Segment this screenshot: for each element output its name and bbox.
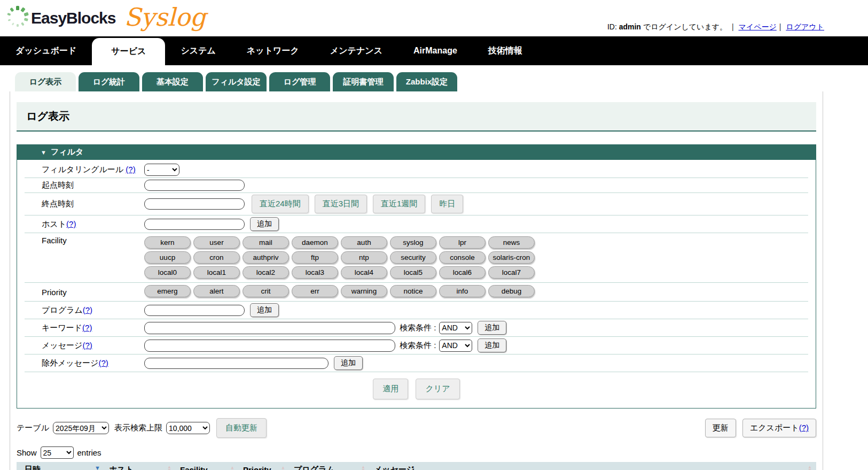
host-input[interactable] xyxy=(144,219,245,230)
facility-button-console[interactable]: console xyxy=(439,251,486,264)
export-help-link[interactable]: (?) xyxy=(799,423,809,432)
last-3days-button[interactable]: 直近3日間 xyxy=(315,195,367,213)
message-help-link[interactable]: (?) xyxy=(82,341,92,350)
sort-icons[interactable]: ▲▼ xyxy=(230,466,234,470)
facility-button-local0[interactable]: local0 xyxy=(144,266,191,279)
log-table: 日時 ▼ ホスト ▲▼ Facility ▲▼ Priority ▲▼ プログラ… xyxy=(17,462,816,470)
keyword-condition-select[interactable]: AND xyxy=(439,322,472,334)
auto-refresh-button[interactable]: 自動更新 xyxy=(216,418,267,438)
host-help-link[interactable]: (?) xyxy=(66,219,76,228)
column-header-host[interactable]: ホスト ▲▼ xyxy=(105,462,176,470)
subtab-log-stats[interactable]: ログ統計 xyxy=(79,72,139,91)
facility-button-solaris-cron[interactable]: solaris-cron xyxy=(488,251,535,264)
message-add-button[interactable]: 追加 xyxy=(478,338,506,352)
column-header-datetime[interactable]: 日時 ▼ xyxy=(17,462,105,470)
limit-select[interactable]: 10,000 xyxy=(166,422,210,434)
subtab-certificate-management[interactable]: 証明書管理 xyxy=(333,72,394,91)
facility-button-news[interactable]: news xyxy=(488,236,535,249)
nav-item-dashboard[interactable]: ダッシュボード xyxy=(0,36,92,65)
priority-button-emerg[interactable]: emerg xyxy=(144,285,191,297)
facility-button-kern[interactable]: kern xyxy=(144,236,191,249)
sort-desc-icon[interactable]: ▼ xyxy=(95,465,100,470)
keyword-input[interactable] xyxy=(144,322,395,334)
top-header: EasyBlocks Syslog ID: admin でログインしています。 … xyxy=(0,0,868,36)
facility-button-ftp[interactable]: ftp xyxy=(292,251,338,264)
filter-panel-header[interactable]: ▼フィルタ xyxy=(17,145,816,160)
sort-icons[interactable]: ▲▼ xyxy=(167,466,171,470)
facility-button-daemon[interactable]: daemon xyxy=(292,236,338,249)
host-add-button[interactable]: 追加 xyxy=(250,217,279,231)
sort-icons[interactable]: ▲▼ xyxy=(281,466,285,470)
priority-button-alert[interactable]: alert xyxy=(193,285,240,297)
login-suffix: でログインしています。 xyxy=(643,22,727,31)
apply-button[interactable]: 適用 xyxy=(373,379,408,399)
facility-button-lpr[interactable]: lpr xyxy=(439,236,486,249)
rule-select[interactable]: - xyxy=(144,164,179,176)
priority-button-notice[interactable]: notice xyxy=(390,285,436,297)
sort-icons[interactable]: ▲▼ xyxy=(808,466,812,470)
subtab-filter-settings[interactable]: フィルタ設定 xyxy=(206,72,267,91)
facility-button-uucp[interactable]: uucp xyxy=(144,251,191,264)
program-help-link[interactable]: (?) xyxy=(83,305,92,314)
message-condition-select[interactable]: AND xyxy=(439,340,472,352)
facility-button-ntp[interactable]: ntp xyxy=(341,251,387,264)
last-24h-button[interactable]: 直近24時間 xyxy=(252,195,309,213)
facility-button-local1[interactable]: local1 xyxy=(193,266,240,279)
subtab-basic-settings[interactable]: 基本設定 xyxy=(142,72,203,91)
mypage-link[interactable]: マイページ xyxy=(739,22,777,31)
nav-item-service[interactable]: サービス xyxy=(92,38,165,65)
end-time-input[interactable] xyxy=(144,198,245,210)
program-input[interactable] xyxy=(144,305,245,316)
clear-button[interactable]: クリア xyxy=(416,379,459,399)
column-header-program[interactable]: プログラム ▲▼ xyxy=(290,462,370,470)
filter-row-program: プログラム(?) 追加 xyxy=(25,302,808,319)
filter-panel-title: フィルタ xyxy=(51,147,83,156)
facility-button-local7[interactable]: local7 xyxy=(488,266,535,279)
program-add-button[interactable]: 追加 xyxy=(250,303,279,317)
yesterday-button[interactable]: 昨日 xyxy=(431,195,463,213)
facility-button-local6[interactable]: local6 xyxy=(439,266,486,279)
priority-button-err[interactable]: err xyxy=(292,285,338,297)
keyword-help-link[interactable]: (?) xyxy=(82,323,92,332)
facility-button-local4[interactable]: local4 xyxy=(341,266,387,279)
facility-button-local2[interactable]: local2 xyxy=(243,266,289,279)
exclude-message-input[interactable] xyxy=(144,358,329,369)
column-header-message[interactable]: メッセージ ▲▼ xyxy=(370,462,816,470)
priority-button-info[interactable]: info xyxy=(439,285,486,297)
priority-button-debug[interactable]: debug xyxy=(488,285,535,297)
start-time-input[interactable] xyxy=(144,180,245,191)
facility-button-user[interactable]: user xyxy=(193,236,240,249)
facility-button-mail[interactable]: mail xyxy=(243,236,289,249)
logout-link[interactable]: ログアウト xyxy=(786,22,824,31)
facility-button-syslog[interactable]: syslog xyxy=(390,236,436,249)
column-header-priority[interactable]: Priority ▲▼ xyxy=(239,462,290,470)
facility-button-local5[interactable]: local5 xyxy=(390,266,436,279)
column-header-facility[interactable]: Facility ▲▼ xyxy=(176,462,239,470)
nav-item-system[interactable]: システム xyxy=(165,36,231,65)
subtab-log-view[interactable]: ログ表示 xyxy=(15,72,76,91)
refresh-button[interactable]: 更新 xyxy=(705,419,736,437)
nav-item-network[interactable]: ネットワーク xyxy=(231,36,315,65)
facility-button-auth[interactable]: auth xyxy=(341,236,387,249)
last-1week-button[interactable]: 直近1週間 xyxy=(373,195,425,213)
message-input[interactable] xyxy=(144,340,395,352)
sort-icons[interactable]: ▲▼ xyxy=(361,466,365,470)
subtab-zabbix-settings[interactable]: Zabbix設定 xyxy=(396,72,457,91)
priority-button-crit[interactable]: crit xyxy=(243,285,289,297)
keyword-add-button[interactable]: 追加 xyxy=(478,321,506,335)
page-size-select[interactable]: 25 xyxy=(41,446,74,459)
facility-button-authpriv[interactable]: authpriv xyxy=(243,251,289,264)
exclude-help-link[interactable]: (?) xyxy=(98,358,108,367)
facility-button-cron[interactable]: cron xyxy=(193,251,240,264)
subtab-log-management[interactable]: ログ管理 xyxy=(269,72,330,91)
priority-button-warning[interactable]: warning xyxy=(341,285,387,297)
facility-button-local3[interactable]: local3 xyxy=(292,266,338,279)
exclude-add-button[interactable]: 追加 xyxy=(334,356,363,370)
nav-item-maintenance[interactable]: メンテナンス xyxy=(315,36,398,65)
nav-item-technical-info[interactable]: 技術情報 xyxy=(473,36,538,65)
rule-help-link[interactable]: (?) xyxy=(126,165,135,174)
nav-item-airmanage[interactable]: AirManage xyxy=(398,36,473,65)
facility-button-security[interactable]: security xyxy=(390,251,436,264)
table-month-select[interactable]: 2025年09月 xyxy=(53,422,109,434)
export-button[interactable]: エクスポート(?) xyxy=(742,419,816,437)
